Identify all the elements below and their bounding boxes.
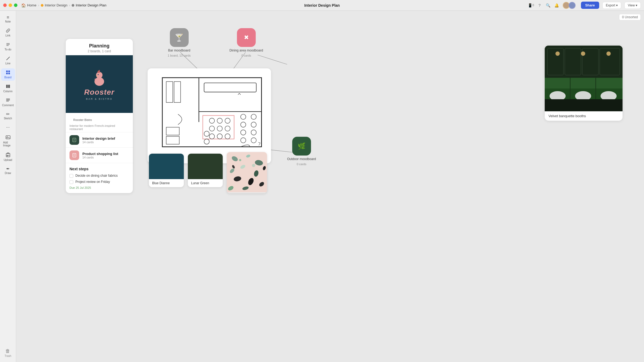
- rooster-logo: Rooster Bar & Bistro: [84, 68, 115, 100]
- maximize-button[interactable]: [14, 3, 17, 7]
- outdoor-moodboard-node[interactable]: 🌿 Outdoor moodboard 0 cards: [287, 137, 316, 166]
- svg-rect-10: [9, 85, 10, 88]
- due-date: Due 25 Jul 2025: [69, 186, 129, 189]
- blue-dianne-swatch: Blue Dianne: [149, 154, 184, 187]
- interior-design-brief-item[interactable]: Interior design brief 14 cards: [66, 132, 133, 147]
- planning-title: Planning: [70, 43, 129, 49]
- svg-point-53: [241, 114, 246, 119]
- sidebar-item-addimage[interactable]: Add Image: [1, 133, 15, 149]
- view-button[interactable]: View ▾: [624, 2, 641, 9]
- line-icon: [6, 56, 10, 61]
- rooster-bistro-name: Rooster Bistro: [69, 116, 129, 124]
- more-icon: ···: [6, 125, 10, 130]
- svg-point-27: [98, 74, 98, 74]
- svg-point-47: [209, 126, 214, 131]
- task-1-text: Decide on dining chair fabrics: [75, 174, 118, 178]
- bar-moodboard-icon: 🍸: [170, 28, 189, 47]
- search-icon[interactable]: 🔍: [546, 3, 551, 8]
- svg-rect-6: [6, 73, 8, 74]
- breadcrumb-design[interactable]: Interior Design: [41, 3, 68, 7]
- addimage-icon: [6, 135, 10, 141]
- sidebar-item-more[interactable]: ···: [1, 123, 15, 131]
- sidebar-item-line[interactable]: Line: [1, 54, 15, 67]
- close-button[interactable]: [3, 3, 7, 7]
- device-icon[interactable]: 📱0: [528, 3, 534, 8]
- task-1: Decide on dining chair fabrics: [69, 174, 129, 178]
- svg-point-46: [225, 118, 230, 123]
- svg-point-51: [217, 134, 222, 139]
- notification-icon[interactable]: 🔔: [554, 3, 559, 8]
- sidebar-item-note[interactable]: ≡ Note: [1, 13, 15, 25]
- titlebar-right: 📱0 ? 🔍 🔔 Share Export ▾ View ▾: [528, 2, 641, 9]
- svg-rect-4: [6, 71, 8, 72]
- dining-moodboard-sub: 0 cards: [241, 54, 251, 57]
- breadcrumb: 🏠 Home › Interior Design › Interior Desi…: [21, 3, 106, 8]
- outdoor-moodboard-title: Outdoor moodboard: [287, 157, 316, 161]
- svg-point-49: [225, 126, 230, 131]
- sidebar-item-link[interactable]: Link: [1, 27, 15, 39]
- rooster-sub: Bar & Bistro: [86, 98, 112, 100]
- dining-moodboard-title: Dining area moodboard: [229, 49, 263, 52]
- minimize-button[interactable]: [9, 3, 12, 7]
- svg-rect-13: [6, 101, 9, 101]
- svg-point-59: [241, 138, 246, 143]
- svg-point-79: [606, 51, 611, 56]
- sidebar-item-column[interactable]: Column: [1, 82, 15, 95]
- sidebar-item-sketch[interactable]: ✏ Sketch: [1, 110, 15, 122]
- dining-moodboard-node[interactable]: ✖ Dining area moodboard 0 cards: [229, 28, 263, 57]
- note-icon: ≡: [7, 15, 9, 20]
- breadcrumb-home[interactable]: 🏠 Home: [21, 3, 36, 8]
- interior-brief-text: Interior design brief 14 cards: [82, 136, 129, 144]
- svg-point-24: [94, 77, 104, 86]
- canvas-area[interactable]: 0 Unsorted Planning 2 boards, 1 card: [16, 11, 644, 362]
- svg-point-44: [209, 118, 214, 123]
- svg-line-3: [6, 57, 10, 60]
- trash-icon: 🗑: [5, 348, 10, 354]
- blue-dianne-color: [149, 154, 184, 179]
- draw-icon: ✒: [6, 167, 10, 171]
- canvas-toolbar: 0 Unsorted: [619, 14, 641, 20]
- sidebar-item-comment[interactable]: Comment: [1, 96, 15, 109]
- export-button[interactable]: Export ▾: [602, 2, 621, 9]
- interior-brief-sub: 14 cards: [82, 141, 129, 144]
- svg-point-48: [217, 126, 222, 131]
- sidebar-item-upload[interactable]: Upload: [1, 150, 15, 163]
- terrazzo-swatch: [227, 152, 267, 193]
- sidebar-item-draw[interactable]: ✒ Draw: [1, 165, 15, 176]
- svg-point-58: [251, 130, 256, 135]
- product-shopping-item[interactable]: Product shopping list 14 cards: [66, 147, 133, 163]
- velvet-svg: [545, 46, 623, 111]
- sidebar-item-board[interactable]: Board: [1, 68, 15, 81]
- sidebar-trash[interactable]: 🗑 Trash: [2, 346, 13, 359]
- task-2-checkbox[interactable]: [69, 180, 73, 184]
- svg-point-93: [239, 159, 241, 161]
- svg-point-77: [555, 51, 560, 56]
- svg-rect-19: [8, 155, 9, 156]
- shopping-list-sub: 14 cards: [82, 156, 129, 159]
- help-icon[interactable]: ?: [537, 3, 542, 8]
- rooster-svg: [91, 68, 107, 87]
- svg-point-52: [225, 134, 230, 139]
- svg-rect-9: [8, 85, 9, 88]
- sketch-icon: ✏: [6, 112, 10, 116]
- bar-moodboard-sub: 1 board, 13 cards: [168, 54, 191, 57]
- breadcrumb-plan[interactable]: Interior Design Plan: [72, 3, 106, 7]
- planning-header: Planning 2 boards, 1 card: [66, 39, 133, 55]
- svg-point-15: [7, 136, 8, 137]
- upload-icon: [6, 152, 10, 158]
- svg-rect-40: [174, 82, 181, 102]
- svg-rect-76: [545, 99, 623, 111]
- lunar-green-swatch: Lunar Green: [188, 154, 223, 187]
- breadcrumb-label-1: Interior Design: [45, 3, 68, 7]
- app-body: ≡ Note Link To-do Line Board: [0, 11, 644, 362]
- share-button[interactable]: Share: [581, 2, 599, 9]
- sidebar-item-todo[interactable]: To-do: [1, 40, 15, 53]
- task-2: Project review on Friday: [69, 180, 129, 184]
- bar-moodboard-node[interactable]: 🍸 Bar moodboard 1 board, 13 cards: [168, 28, 191, 57]
- task-1-checkbox[interactable]: [69, 174, 73, 178]
- velvet-image: [545, 46, 623, 111]
- svg-rect-63: [204, 83, 257, 92]
- svg-rect-42: [166, 136, 180, 144]
- floor-plan-card: Restaurant floor Plan: [148, 68, 271, 163]
- lunar-green-color: [188, 154, 223, 179]
